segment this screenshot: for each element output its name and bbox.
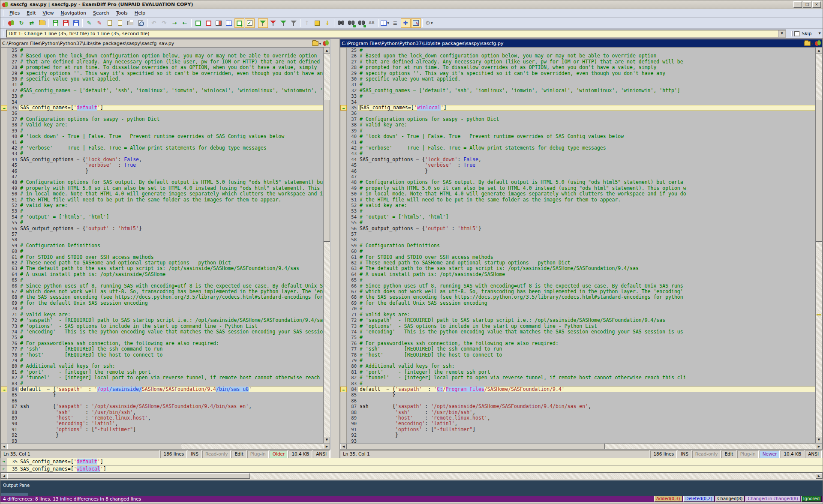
- diffbar-grip[interactable]: [3, 31, 4, 36]
- code-line-37[interactable]: 37# Configuration options for saspy - py…: [1, 117, 323, 122]
- show-all-filter-icon[interactable]: [258, 18, 268, 28]
- code-line-66[interactable]: 66# Since python uses utf-8, running SAS…: [340, 283, 815, 289]
- code-line-78[interactable]: 78# 'host' - [REQUIRED] the host to conn…: [340, 352, 815, 358]
- code-line-58[interactable]: 58: [340, 237, 815, 243]
- copy-block-first-icon[interactable]: [105, 18, 115, 28]
- horizontal-scrollbar[interactable]: ◀▶: [340, 444, 823, 450]
- code-line-37[interactable]: 37# Configuration options for saspy - py…: [340, 117, 815, 122]
- next-block-icon[interactable]: ↓: [323, 18, 333, 28]
- code-line-86[interactable]: 86: [1, 398, 323, 404]
- code-line-77[interactable]: 77# 'ssh' - [REQUIRED] the ssh command t…: [1, 346, 323, 352]
- match-case-icon[interactable]: AB: [367, 18, 377, 28]
- code-editor[interactable]: 25#26# Based upon the lock_down configur…: [340, 48, 815, 443]
- code-line-46[interactable]: 46 }: [340, 168, 815, 174]
- scroll-right-icon[interactable]: ▶: [816, 473, 822, 479]
- code-line-53[interactable]: 53#: [340, 208, 815, 214]
- code-line-74[interactable]: 74# 'encoding' - This is the python enco…: [340, 329, 815, 335]
- code-line-38[interactable]: 38# valid key are:: [1, 122, 323, 128]
- code-line-62[interactable]: 62# These need path to SASHome and optio…: [1, 260, 323, 266]
- code-line-74[interactable]: 74# 'encoding' - This is the python enco…: [1, 329, 323, 335]
- code-line-80[interactable]: 80# Additional valid keys for ssh:: [1, 363, 323, 369]
- file-path-bar[interactable]: C:\Program Files\Python\Python37\Lib\sit…: [340, 39, 823, 48]
- code-line-56[interactable]: 56SAS_output_options = {'output' : 'html…: [340, 226, 815, 231]
- code-line-52[interactable]: 52# valid key are:: [340, 203, 815, 208]
- code-line-82[interactable]: 82# 'tunnel' - [integer] local port to o…: [1, 375, 323, 381]
- code-line-44[interactable]: 44SAS_config_options = {'lock_down': Fal…: [1, 157, 323, 162]
- code-line-55[interactable]: 55#: [1, 220, 323, 225]
- menu-files[interactable]: Files: [6, 9, 23, 17]
- code-line-76[interactable]: 76# For passwordless ssh connection, the…: [1, 341, 323, 346]
- layout-icon[interactable]: ▼: [380, 18, 390, 28]
- toolbar-grip[interactable]: [3, 20, 4, 26]
- code-line-80[interactable]: 80# Additional valid keys for ssh:: [340, 363, 815, 369]
- code-line-91[interactable]: 91 'options' : ["-fullstimer"]: [1, 427, 323, 432]
- code-line-79[interactable]: 79#: [1, 358, 323, 363]
- code-line-92[interactable]: 92 }: [340, 432, 815, 438]
- code-line-25[interactable]: 25#: [340, 48, 815, 53]
- code-line-61[interactable]: 61# For STDIO and STDIO over SSH access …: [340, 255, 815, 260]
- scroll-up-icon[interactable]: ▲: [324, 48, 330, 54]
- code-line-41[interactable]: 41#: [340, 140, 815, 145]
- recompare-icon[interactable]: [323, 40, 329, 46]
- code-line-47[interactable]: 47: [1, 174, 323, 180]
- find-previous-icon[interactable]: [357, 18, 366, 28]
- swap-panes-icon[interactable]: ⇄: [27, 18, 37, 28]
- code-line-81[interactable]: 81# 'port' - [integer] the remote ssh po…: [340, 369, 815, 375]
- code-line-88[interactable]: 88 'ssh' : '/usr/bin/ssh',: [1, 410, 323, 415]
- code-line-69[interactable]: 69# for the default Unix SAS session enc…: [1, 300, 323, 306]
- split-view-icon[interactable]: [214, 18, 224, 28]
- code-line-26[interactable]: 26# Based upon the lock_down configurati…: [340, 53, 815, 59]
- menu-help[interactable]: Help: [131, 9, 149, 17]
- maximize-button[interactable]: □: [803, 1, 811, 8]
- edit-first-icon[interactable]: ✎: [84, 18, 94, 28]
- scroll-left-icon[interactable]: ◀: [1, 473, 7, 479]
- code-line-36[interactable]: 36: [340, 111, 815, 116]
- code-line-26[interactable]: 26# Based upon the lock_down configurati…: [1, 53, 323, 59]
- vertical-scrollbar[interactable]: ▲▼: [815, 48, 822, 443]
- scroll-left-icon[interactable]: ◀: [340, 444, 347, 449]
- menu-tools[interactable]: Tools: [113, 9, 131, 17]
- diff-detail-hscrollbar[interactable]: ◀ ▶: [0, 473, 823, 479]
- show-second-pane-icon[interactable]: [204, 18, 213, 28]
- code-line-30[interactable]: 30# specific value you want applied.: [340, 76, 815, 82]
- code-line-51[interactable]: 51# the HTML file will need to be put in…: [340, 197, 815, 203]
- code-line-35[interactable]: →35SAS_config_names=['default']: [1, 105, 323, 111]
- code-line-71[interactable]: 71# valid keys are:: [1, 312, 323, 318]
- code-line-57[interactable]: 57: [340, 231, 815, 237]
- code-line-64[interactable]: 64# A usual install path is: /opt/sasins…: [1, 272, 323, 277]
- scroll-up-icon[interactable]: ▲: [816, 48, 822, 54]
- badge-changed-in-changed-8-[interactable]: Changed in changed(8): [745, 496, 800, 502]
- undo-icon[interactable]: ↶: [149, 18, 159, 28]
- code-line-63[interactable]: 63# The default path to the sas start up…: [340, 266, 815, 271]
- code-line-77[interactable]: 77# 'ssh' - [REQUIRED] the ssh command t…: [340, 346, 815, 352]
- diff-detail-row[interactable]: ←35SAS_config_names=['winlocal']: [0, 465, 823, 473]
- code-line-54[interactable]: 54# 'output' = ['html5', 'html']: [340, 214, 815, 220]
- code-line-82[interactable]: 82# 'tunnel' - [integer] local port to o…: [340, 375, 815, 381]
- code-line-56[interactable]: 56SAS_output_options = {'output' : 'html…: [1, 226, 323, 231]
- code-line-40[interactable]: 40# 'lock_down' - True | False. True = P…: [340, 134, 815, 139]
- code-line-33[interactable]: 33#: [1, 93, 323, 99]
- code-line-34[interactable]: 34: [1, 99, 323, 105]
- next-difference-icon[interactable]: →: [170, 18, 180, 28]
- badge-added-0-3-[interactable]: Added(0,3): [654, 496, 682, 502]
- code-line-54[interactable]: 54# 'output' = ['html5', 'html']: [1, 214, 323, 220]
- code-line-67[interactable]: 67# which does not work well as utf-8. S…: [1, 289, 323, 294]
- code-line-72[interactable]: 72# 'saspath' - [REQUIRED] path to SAS s…: [1, 318, 323, 323]
- code-line-59[interactable]: 59# Configuration Definitions: [1, 243, 323, 249]
- code-line-47[interactable]: 47: [340, 174, 815, 180]
- code-line-38[interactable]: 38# valid key are:: [340, 122, 815, 128]
- code-line-93[interactable]: 93: [1, 438, 323, 443]
- code-line-64[interactable]: 64# A usual install path is: /opt/sasins…: [340, 272, 815, 277]
- current-block-icon[interactable]: [312, 18, 322, 28]
- code-line-83[interactable]: 83#: [1, 381, 323, 387]
- code-line-52[interactable]: 52# valid key are:: [1, 203, 323, 208]
- previous-block-icon[interactable]: ↑: [302, 18, 312, 28]
- code-line-46[interactable]: 46 }: [1, 168, 323, 174]
- code-line-75[interactable]: 75#: [340, 335, 815, 340]
- save-all-icon[interactable]: [71, 18, 81, 28]
- show-differences-only-icon[interactable]: ✔: [245, 18, 255, 28]
- skip-checkbox[interactable]: [794, 31, 800, 36]
- code-line-42[interactable]: 42# 'verbose' - True | False. True = All…: [340, 145, 815, 151]
- code-line-55[interactable]: 55#: [340, 220, 815, 225]
- code-line-70[interactable]: 70#: [340, 306, 815, 312]
